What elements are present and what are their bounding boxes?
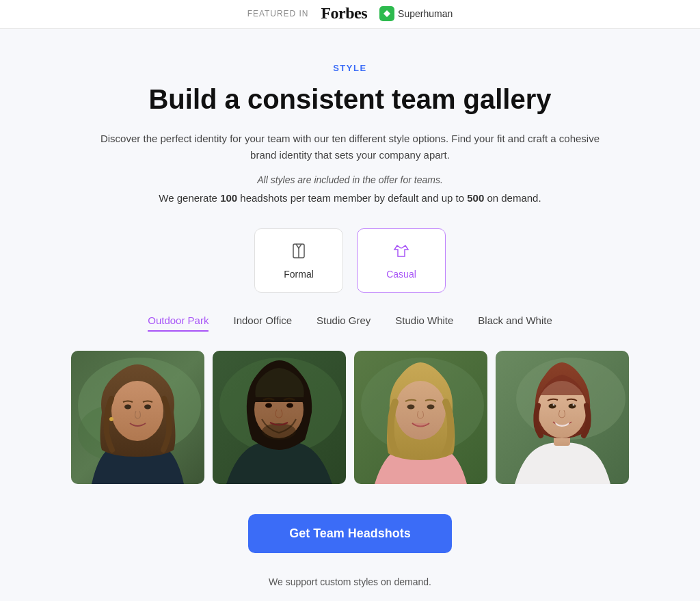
svg-point-9 — [109, 417, 113, 421]
headshot-svg-4 — [496, 351, 629, 484]
svg-point-29 — [553, 404, 555, 406]
description-text: Discover the perfect identity for your t… — [90, 131, 610, 163]
headshot-svg-3 — [354, 351, 487, 484]
superhuman-badge: Superhuman — [379, 6, 453, 21]
tab-black-and-white[interactable]: Black and White — [478, 315, 552, 332]
featured-bar: FEATURED IN Forbes Superhuman — [0, 0, 700, 29]
svg-point-22 — [427, 405, 435, 410]
svg-point-20 — [395, 381, 446, 440]
style-tabs: Outdoor Park Indoor Office Studio Grey S… — [56, 315, 644, 332]
svg-point-16 — [286, 403, 293, 408]
headshot-2 — [213, 351, 346, 484]
forbes-logo: Forbes — [321, 4, 367, 23]
featured-in-label: FEATURED IN — [247, 9, 309, 18]
svg-point-30 — [573, 404, 575, 406]
tab-indoor-office[interactable]: Indoor Office — [233, 315, 292, 332]
svg-point-27 — [549, 404, 556, 409]
superhuman-icon — [379, 6, 394, 21]
svg-point-15 — [265, 403, 272, 408]
svg-point-7 — [124, 405, 131, 410]
custom-styles-note: We support custom styles on demand. — [269, 576, 431, 587]
sub-note: All styles are included in the offer for… — [56, 174, 644, 185]
svg-point-6 — [111, 381, 163, 441]
photo-grid — [56, 351, 644, 484]
casual-label: Casual — [386, 269, 416, 280]
cta-wrapper: Get Team Headshots We support custom sty… — [56, 514, 644, 587]
svg-point-21 — [407, 405, 415, 410]
get-team-headshots-button[interactable]: Get Team Headshots — [248, 514, 452, 553]
superhuman-text: Superhuman — [398, 8, 453, 19]
superhuman-logo-svg — [382, 9, 392, 18]
main-heading: Build a consistent team gallery — [56, 83, 644, 116]
style-section-label: STYLE — [56, 63, 644, 73]
generate-note: We generate 100 headshots per team membe… — [56, 192, 644, 204]
tab-outdoor-park[interactable]: Outdoor Park — [148, 315, 208, 332]
headshot-4 — [496, 351, 629, 484]
headshot-svg-2 — [213, 351, 346, 484]
casual-category-card[interactable]: Casual — [357, 228, 446, 293]
headshot-1 — [71, 351, 204, 484]
headshot-svg-1 — [71, 351, 204, 484]
formal-category-card[interactable]: Formal — [254, 228, 343, 293]
category-container: Formal Casual — [56, 228, 644, 293]
tab-studio-grey[interactable]: Studio Grey — [317, 315, 371, 332]
svg-point-8 — [144, 405, 151, 410]
svg-point-28 — [569, 404, 576, 409]
main-content: STYLE Build a consistent team gallery Di… — [42, 29, 658, 601]
formal-label: Formal — [284, 269, 314, 280]
tab-studio-white[interactable]: Studio White — [395, 315, 453, 332]
headshot-3 — [354, 351, 487, 484]
casual-icon — [392, 241, 411, 263]
formal-icon — [289, 241, 308, 263]
